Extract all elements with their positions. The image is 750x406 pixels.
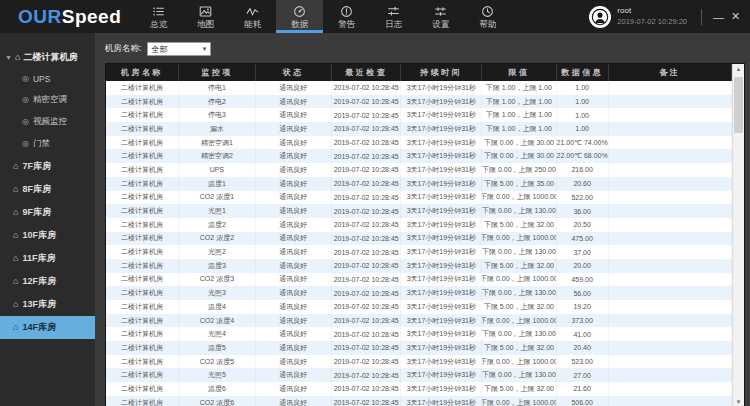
- room-filter-value: 全部: [151, 44, 167, 55]
- column-header: 限值: [482, 64, 556, 81]
- sidebar-item-9f[interactable]: ⌂9F库房: [0, 201, 95, 224]
- vertical-scrollbar[interactable]: ▲ ▼: [732, 64, 744, 406]
- close-button[interactable]: ✕: [727, 0, 744, 33]
- scrollbar-thumb[interactable]: [734, 77, 743, 133]
- table-cell: 3天17小时19分钟31秒: [401, 149, 482, 163]
- table-cell: 2019-07-02 10:28:45: [332, 163, 401, 177]
- table-cell: 二楼计算机房: [106, 177, 179, 191]
- table-row[interactable]: 二楼计算机房温度1通讯良好2019-07-02 10:28:453天17小时19…: [106, 177, 732, 191]
- nav-item-logs[interactable]: 日志: [370, 0, 417, 33]
- table-cell: 36.00: [557, 204, 609, 218]
- table-row[interactable]: 二楼计算机房停电1通讯良好2019-07-02 10:28:453天17小时19…: [106, 81, 732, 95]
- table-row[interactable]: 二楼计算机房光照5通讯良好2019-07-02 10:28:453天17小时19…: [106, 368, 732, 382]
- table-cell: 光照2: [179, 245, 255, 259]
- sidebar-item-door-access[interactable]: ◎门禁: [0, 133, 95, 155]
- table-row[interactable]: 二楼计算机房漏水通讯良好2019-07-02 10:28:453天17小时19分…: [106, 122, 732, 136]
- sensor-icon: ◎: [22, 96, 29, 104]
- sidebar-item-7f[interactable]: ⌂7F库房: [0, 155, 95, 178]
- table-cell: 下限 0.00，上限 30.00: [482, 149, 556, 163]
- sidebar-item-precision-ac[interactable]: ◎精密空调: [0, 89, 95, 111]
- table-row[interactable]: 二楼计算机房CO2 浓度6通讯良好2019-07-02 10:28:453天17…: [106, 396, 732, 406]
- sidebar-item-13f[interactable]: ⌂13F库房: [0, 293, 95, 316]
- table-row[interactable]: 二楼计算机房光照2通讯良好2019-07-02 10:28:453天17小时19…: [106, 245, 732, 259]
- table-row[interactable]: 二楼计算机房光照4通讯良好2019-07-02 10:28:453天17小时19…: [106, 327, 732, 341]
- table-row[interactable]: 二楼计算机房CO2 浓度4通讯良好2019-07-02 10:28:453天17…: [106, 314, 732, 328]
- sidebar-item-label: 14F库房: [22, 321, 56, 334]
- table-cell: 2019-07-02 10:28:45: [332, 95, 401, 109]
- alert-icon: [340, 5, 353, 18]
- table-row[interactable]: 二楼计算机房CO2 浓度5通讯良好2019-07-02 10:28:453天17…: [106, 355, 732, 369]
- table-cell: [609, 81, 732, 95]
- sensor-icon: ◎: [22, 118, 29, 126]
- minimize-button[interactable]: —: [710, 0, 727, 33]
- nav-item-help[interactable]: 帮助: [464, 0, 511, 33]
- nav-item-map[interactable]: 地图: [182, 0, 229, 33]
- table-cell: 下限 1.00，上限 1.00: [482, 122, 556, 136]
- nav-item-alerts[interactable]: 警告: [323, 0, 370, 33]
- table-cell: 通讯良好: [256, 396, 332, 406]
- top-nav: 总览地图能耗数据警告日志设置帮助: [135, 0, 511, 33]
- table-cell: [609, 149, 732, 163]
- table-cell: 下限 0.00，上限 130.00: [482, 327, 556, 341]
- table-row[interactable]: 二楼计算机房精密空调1通讯良好2019-07-02 10:28:453天17小时…: [106, 136, 732, 150]
- table-cell: 3天17小时19分钟31秒: [401, 218, 482, 232]
- table-cell: 216.00: [557, 163, 609, 177]
- table-row[interactable]: 二楼计算机房CO2 浓度1通讯良好2019-07-02 10:28:453天17…: [106, 191, 732, 205]
- table-row[interactable]: 二楼计算机房温度6通讯良好2019-07-02 10:28:453天17小时19…: [106, 382, 732, 396]
- table-row[interactable]: 二楼计算机房温度5通讯良好2019-07-02 10:28:453天17小时19…: [106, 341, 732, 355]
- table-row[interactable]: 二楼计算机房CO2 浓度3通讯良好2019-07-02 10:28:453天17…: [106, 273, 732, 287]
- table-cell: 下限 5.00，上限 32.00: [482, 300, 556, 314]
- table-row[interactable]: 二楼计算机房停电2通讯良好2019-07-02 10:28:453天17小时19…: [106, 95, 732, 109]
- table-cell: 通讯良好: [256, 136, 332, 150]
- home-icon: ⌂: [15, 53, 20, 62]
- table-row[interactable]: 二楼计算机房光照3通讯良好2019-07-02 10:28:453天17小时19…: [106, 286, 732, 300]
- table-row[interactable]: 二楼计算机房CO2 浓度2通讯良好2019-07-02 10:28:453天17…: [106, 232, 732, 246]
- room-filter-select[interactable]: 全部 ▼: [147, 42, 211, 56]
- nav-item-data[interactable]: 数据: [276, 0, 323, 33]
- sidebar-item-11f[interactable]: ⌂11F库房: [0, 247, 95, 270]
- filter-row: 机房名称: 全部 ▼: [105, 41, 745, 57]
- table-cell: CO2 浓度2: [179, 232, 255, 246]
- table-cell: [609, 163, 732, 177]
- table-cell: 3天17小时19分钟31秒: [401, 177, 482, 191]
- table-row[interactable]: 二楼计算机房UPS通讯良好2019-07-02 10:28:453天17小时19…: [106, 163, 732, 177]
- table-cell: 通讯良好: [256, 368, 332, 382]
- table-cell: 1.00: [557, 81, 609, 95]
- table-row[interactable]: 二楼计算机房温度4通讯良好2019-07-02 10:28:453天17小时19…: [106, 300, 732, 314]
- table-cell: 下限 0.00，上限 1000.00: [482, 396, 556, 406]
- nav-item-label: 设置: [432, 20, 449, 29]
- expander-arrow-icon[interactable]: ▼: [5, 54, 12, 61]
- sidebar-item-10f[interactable]: ⌂10F库房: [0, 224, 95, 247]
- scroll-down-icon[interactable]: ▼: [733, 399, 744, 405]
- table-cell: 下限 0.00，上限 250.00: [482, 163, 556, 177]
- sidebar-item-8f[interactable]: ⌂8F库房: [0, 178, 95, 201]
- table-cell: 光照1: [179, 204, 255, 218]
- user-name: root: [617, 6, 687, 17]
- nav-item-settings[interactable]: 设置: [417, 0, 464, 33]
- table-cell: [609, 232, 732, 246]
- table-cell: 二楼计算机房: [106, 245, 179, 259]
- sidebar-item-14f[interactable]: ⌂14F库房: [0, 316, 95, 339]
- table-row[interactable]: 二楼计算机房温度3通讯良好2019-07-02 10:28:453天17小时19…: [106, 259, 732, 273]
- column-header: 备注: [609, 64, 732, 81]
- nav-item-overview[interactable]: 总览: [135, 0, 182, 33]
- sidebar-item-12f[interactable]: ⌂12F库房: [0, 270, 95, 293]
- map-icon: [199, 5, 212, 18]
- sidebar-item-ups[interactable]: ◎UPS: [0, 69, 95, 89]
- table-cell: [609, 273, 732, 287]
- avatar[interactable]: [589, 6, 611, 28]
- table-cell: 2019-07-02 10:28:45: [332, 122, 401, 136]
- home-icon: ⌂: [13, 185, 18, 194]
- sidebar-item-video-monitor[interactable]: ◎视频监控: [0, 111, 95, 133]
- app-logo: OUR Speed: [0, 0, 135, 33]
- table-row[interactable]: 二楼计算机房精密空调2通讯良好2019-07-02 10:28:453天17小时…: [106, 149, 732, 163]
- sidebar-item-computer-room[interactable]: ▼⌂二楼计算机房: [0, 46, 95, 69]
- table-row[interactable]: 二楼计算机房光照1通讯良好2019-07-02 10:28:453天17小时19…: [106, 204, 732, 218]
- nav-item-energy[interactable]: 能耗: [229, 0, 276, 33]
- table-row[interactable]: 二楼计算机房温度2通讯良好2019-07-02 10:28:453天17小时19…: [106, 218, 732, 232]
- scroll-up-icon[interactable]: ▲: [733, 66, 744, 72]
- table-cell: 温度6: [179, 382, 255, 396]
- table-row[interactable]: 二楼计算机房停电3通讯良好2019-07-02 10:28:453天17小时19…: [106, 108, 732, 122]
- table-cell: [609, 355, 732, 369]
- settings-icon: [434, 5, 447, 18]
